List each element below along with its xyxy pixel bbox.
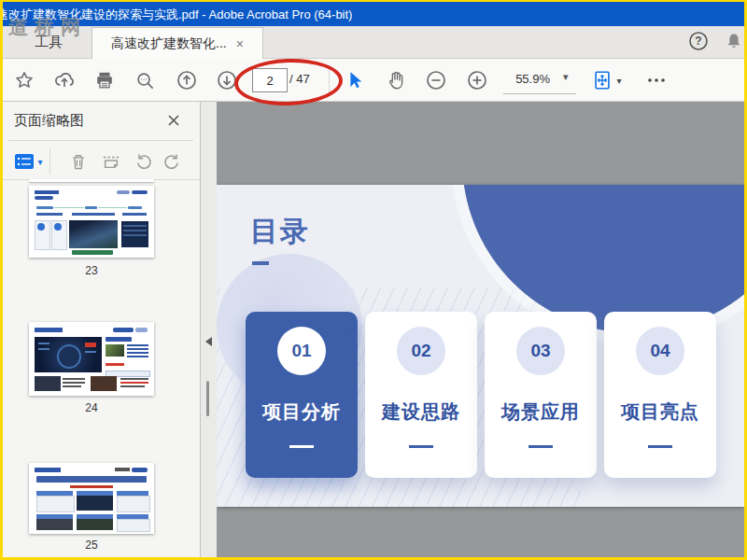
toc-card-dash: [409, 445, 433, 448]
acrobat-window: 速改扩建数智化建设的探索与实践.pdf - Adobe Acrobat Pro …: [3, 2, 744, 557]
main-toolbar: / 47 55.9% ▾ ▾: [3, 59, 744, 102]
toc-card-4[interactable]: 04 项目亮点: [604, 312, 716, 478]
toc-card-dash: [648, 445, 672, 448]
tab-document[interactable]: 高速改扩建数智化... ×: [92, 27, 263, 60]
svg-text:?: ?: [695, 35, 701, 48]
toolbar-divider: [329, 65, 330, 93]
zoom-control-underline: [503, 93, 576, 94]
thumbnail-page-number: 23: [29, 264, 154, 277]
print-icon[interactable]: [92, 67, 118, 93]
thumbnail-partial: [29, 179, 154, 182]
toc-card-number: 03: [516, 327, 565, 375]
toc-card-number: 02: [397, 327, 445, 375]
document-viewport[interactable]: 目录 01 项目分析 02 建设思路 03 场景应用 04 项目亮点: [217, 101, 744, 557]
toc-card-label: 建设思路: [382, 399, 460, 425]
page-number-input[interactable]: [252, 68, 288, 92]
window-title: 速改扩建数智化建设的探索与实践.pdf - Adobe Acrobat Pro …: [3, 7, 352, 23]
tab-bar: 工具 高速改扩建数智化... × ?: [3, 26, 744, 59]
sidebar-scrollbar-thumb[interactable]: [206, 381, 209, 416]
tab-tools[interactable]: 工具: [12, 28, 85, 57]
toc-card-1[interactable]: 01 项目分析: [246, 312, 358, 478]
sidebar-collapse-arrow-icon[interactable]: [205, 337, 212, 346]
window-titlebar[interactable]: 速改扩建数智化建设的探索与实践.pdf - Adobe Acrobat Pro …: [3, 2, 744, 26]
share-upload-icon[interactable]: [51, 67, 78, 93]
zoom-dropdown-caret-icon[interactable]: ▾: [563, 71, 569, 83]
options-caret-icon[interactable]: ▾: [34, 148, 47, 175]
screenshot-frame: 速改扩建数智化建设的探索与实践.pdf - Adobe Acrobat Pro …: [0, 0, 747, 560]
toc-card-label: 项目分析: [262, 399, 341, 425]
toc-card-2[interactable]: 02 建设思路: [365, 312, 477, 478]
toc-card-dash: [529, 445, 553, 448]
page-fit-caret-icon[interactable]: ▾: [612, 67, 627, 93]
page-count-label: / 47: [289, 72, 310, 86]
toc-card-label: 场景应用: [501, 399, 580, 425]
red-ellipse-annotation: [233, 57, 344, 107]
page-thumbnail-25[interactable]: [29, 463, 154, 534]
select-tool-icon[interactable]: [342, 67, 368, 93]
zoom-level-value[interactable]: 55.9%: [505, 72, 550, 86]
page-thumbnail-24[interactable]: [29, 322, 154, 396]
thumbnail-page-number: 25: [29, 539, 154, 552]
panel-tools-divider: [49, 148, 50, 175]
help-icon[interactable]: ?: [686, 27, 711, 55]
hand-tool-icon[interactable]: [383, 67, 409, 93]
tab-close-icon[interactable]: ×: [236, 36, 244, 51]
rotate-cw-icon[interactable]: [160, 148, 184, 175]
favorites-star-icon[interactable]: [11, 67, 37, 93]
zoom-out-icon[interactable]: [423, 67, 449, 93]
zoom-in-icon[interactable]: [464, 67, 490, 93]
delete-page-icon[interactable]: [66, 148, 91, 175]
pdf-page[interactable]: 目录 01 项目分析 02 建设思路 03 场景应用 04 项目亮点: [217, 185, 744, 507]
next-page-icon[interactable]: [214, 67, 240, 93]
tab-tools-label: 工具: [35, 34, 63, 51]
panel-close-icon[interactable]: [163, 110, 184, 131]
toc-card-label: 项目亮点: [621, 399, 699, 425]
more-tools-icon[interactable]: [643, 67, 669, 93]
toc-card-number: 01: [277, 327, 326, 375]
panel-title: 页面缩略图: [14, 112, 84, 130]
search-icon[interactable]: [132, 67, 158, 93]
extract-page-icon[interactable]: [99, 148, 123, 175]
toc-title: 目录: [250, 213, 310, 251]
panel-resize-strip[interactable]: [201, 102, 217, 557]
previous-page-icon[interactable]: [174, 67, 200, 93]
thumbnails-panel: 页面缩略图 ▾: [3, 102, 200, 557]
toc-card-3[interactable]: 03 场景应用: [485, 312, 597, 478]
thumbnail-page-number: 24: [29, 401, 154, 414]
tab-document-label: 高速改扩建数智化...: [111, 35, 227, 52]
page-thumbnail-23[interactable]: [29, 186, 154, 258]
notification-bell-icon[interactable]: [722, 27, 744, 55]
toc-card-dash: [289, 445, 314, 448]
panel-divider: [8, 140, 193, 141]
toc-card-number: 04: [636, 327, 684, 375]
rotate-ccw-icon[interactable]: [132, 148, 156, 175]
toc-title-dash: [252, 261, 269, 265]
